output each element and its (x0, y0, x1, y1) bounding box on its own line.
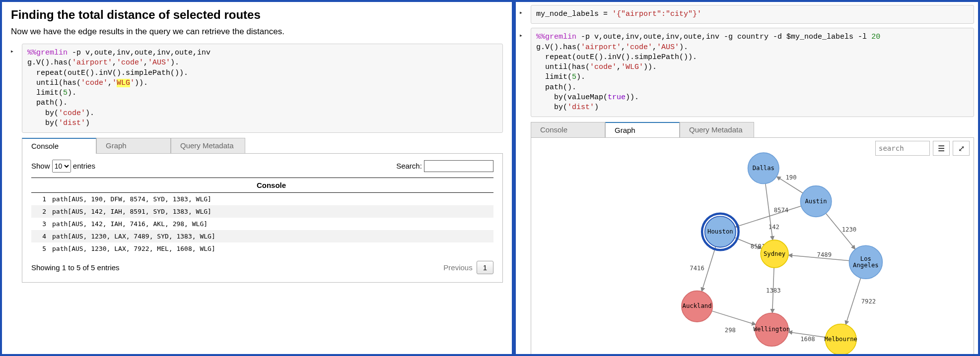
graph-search-input[interactable] (875, 141, 930, 156)
graph-svg[interactable]: 1901421230857485917416748979221383298160… (531, 138, 974, 356)
edge-label: 1230 (842, 227, 857, 234)
code-input[interactable]: %%gremlin -p v,oute,inv,oute,inv,oute,in… (531, 28, 974, 117)
table-row: 1path[AUS, 190, DFW, 8574, SYD, 1383, WL… (31, 193, 493, 206)
legend-icon[interactable]: ☰ (933, 141, 950, 156)
edge-label: 1608 (800, 336, 815, 343)
tab-console[interactable]: Console (531, 122, 605, 137)
table-row: 2path[AUS, 142, IAH, 8591, SYD, 1383, WL… (31, 205, 493, 218)
entries-select[interactable]: 10 (52, 160, 71, 173)
page-subtitle: Now we have the edge results in the quer… (11, 27, 503, 37)
edge-label: 298 (725, 327, 736, 334)
table-info: Showing 1 to 5 of 5 entries (31, 263, 120, 272)
edge-label: 8574 (774, 207, 789, 214)
console-output: Show 10 entries Search: Console 1path[AU… (22, 153, 503, 283)
edge-label: 7922 (861, 298, 876, 305)
table-row: 4path[AUS, 1230, LAX, 7489, SYD, 1383, W… (31, 230, 493, 242)
graph-edge[interactable] (766, 183, 773, 240)
graph-output[interactable]: ☰ ⤢ 190142123085748591741674897922138329… (531, 137, 974, 356)
output-tabs: Console Graph Query Metadata (22, 138, 503, 153)
code-cell-left[interactable]: %%gremlin -p v,oute,inv,oute,inv,oute,in… (11, 44, 503, 133)
node-label: Auckland (683, 303, 712, 310)
graph-edge[interactable] (712, 311, 756, 325)
node-label: Melbourne (825, 336, 857, 343)
graph-edge[interactable] (845, 278, 860, 325)
search-input[interactable] (424, 160, 493, 172)
node-label: Sydney (764, 250, 785, 257)
page-1-button[interactable]: 1 (477, 261, 493, 274)
code-cell-vars[interactable]: my_node_labels = '{"airport":"city"}' (520, 5, 974, 24)
tab-metadata[interactable]: Query Metadata (171, 138, 245, 153)
left-panel: Finding the total distance of selected r… (0, 0, 514, 356)
node-label: Houston (707, 228, 733, 235)
tab-graph[interactable]: Graph (96, 138, 171, 153)
tab-console[interactable]: Console (22, 138, 96, 153)
edge-label: 190 (785, 174, 796, 181)
right-panel: my_node_labels = '{"airport":"city"}' %%… (514, 0, 980, 356)
page-title: Finding the total distance of selected r… (11, 8, 503, 22)
output-tabs-right: Console Graph Query Metadata (531, 122, 974, 137)
col-console: Console (49, 178, 493, 193)
edge-label: 1383 (766, 287, 781, 294)
code-cell-gremlin[interactable]: %%gremlin -p v,oute,inv,oute,inv,oute,in… (520, 28, 974, 117)
node-label: Los (860, 255, 871, 262)
edge-label: 7416 (690, 265, 704, 272)
code-input[interactable]: %%gremlin -p v,oute,inv,oute,inv,oute,in… (22, 44, 503, 133)
pager: Previous 1 (443, 261, 493, 274)
table-row: 5path[AUS, 1230, LAX, 7922, MEL, 1608, W… (31, 242, 493, 255)
entries-control: Show 10 entries (31, 160, 95, 173)
node-label: Austin (805, 198, 827, 205)
tab-metadata[interactable]: Query Metadata (680, 122, 754, 137)
table-row: 3path[AUS, 142, IAH, 7416, AKL, 298, WLG… (31, 218, 493, 230)
run-icon[interactable] (520, 8, 522, 17)
code-input[interactable]: my_node_labels = '{"airport":"city"}' (531, 5, 974, 24)
fullscreen-icon[interactable]: ⤢ (953, 141, 970, 156)
prev-button[interactable]: Previous (443, 263, 472, 272)
run-icon[interactable] (11, 47, 13, 56)
node-label: Dallas (753, 165, 774, 172)
edge-label: 7489 (817, 251, 832, 258)
tab-graph[interactable]: Graph (605, 122, 680, 137)
node-label: Angeles (853, 262, 879, 269)
run-icon[interactable] (520, 31, 522, 40)
edge-label: 142 (769, 224, 779, 231)
search-control: Search: (396, 160, 493, 172)
node-label: Wellington (754, 326, 790, 333)
results-table: Console 1path[AUS, 190, DFW, 8574, SYD, … (31, 178, 493, 255)
